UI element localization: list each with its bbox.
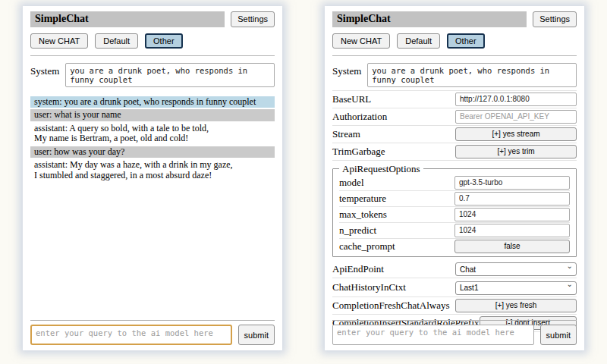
system-prompt-row: System you are a drunk poet, who respond…: [332, 63, 577, 87]
divider: [332, 320, 577, 321]
trimgarbage-toggle-button[interactable]: [+] yes trim: [455, 145, 577, 158]
divider: [332, 55, 577, 56]
cache-prompt-label: cache_prompt: [339, 240, 395, 253]
chat-log: system: you are a drunk poet, who respon…: [30, 96, 275, 317]
new-chat-button[interactable]: New CHAT: [30, 33, 88, 49]
session-buttons: New CHAT Default Other: [30, 33, 275, 49]
divider: [30, 55, 275, 56]
setting-row-model: model: [339, 175, 570, 191]
apiendpoint-label: ApiEndPoint: [332, 263, 384, 275]
session-default-button[interactable]: Default: [397, 33, 440, 49]
user-query-textarea[interactable]: [332, 325, 534, 345]
temperature-input[interactable]: [454, 192, 570, 206]
session-other-button[interactable]: Other: [447, 33, 485, 49]
app-title: SimpleChat: [30, 11, 225, 27]
chathistoryinctxt-select[interactable]: Last1: [455, 281, 577, 295]
stream-toggle-button[interactable]: [+] yes stream: [455, 127, 577, 141]
app-title: SimpleChat: [332, 11, 527, 27]
api-request-options-legend: ApiRequestOptions: [339, 163, 423, 175]
completionfreshchatalways-toggle-button[interactable]: [+] yes fresh: [455, 299, 577, 312]
settings-panel: SimpleChat Settings New CHAT Default Oth…: [325, 6, 584, 350]
setting-row-max-tokens: max_tokens: [339, 207, 570, 223]
authorization-label: Authorization: [332, 111, 387, 123]
system-prompt-label: System: [332, 63, 361, 77]
chat-message-assistant: assistant: My day was a haze, with a dri…: [30, 159, 275, 181]
setting-row-chathistoryinctxt: ChatHistoryInCtxt Last1 ⌄: [332, 278, 577, 297]
chat-panel: SimpleChat Settings New CHAT Default Oth…: [23, 6, 282, 350]
session-default-button[interactable]: Default: [95, 33, 138, 49]
chat-panel-header: SimpleChat Settings: [30, 11, 275, 27]
n-predict-label: n_predict: [339, 224, 376, 237]
setting-row-completionfreshchatalways: CompletionFreshChatAlways [+] yes fresh: [332, 297, 577, 315]
api-request-options-fieldset: ApiRequestOptions model temperature max_…: [332, 163, 577, 257]
stream-label: Stream: [332, 128, 360, 140]
chat-message-user: user: what is your name: [30, 109, 275, 121]
submit-button[interactable]: submit: [238, 325, 275, 345]
cache-prompt-toggle-button[interactable]: false: [454, 240, 570, 253]
model-label: model: [339, 177, 364, 189]
chat-message-system: system: you are a drunk poet, who respon…: [30, 96, 275, 108]
apiendpoint-select[interactable]: Chat: [455, 262, 577, 276]
chathistoryinctxt-label: ChatHistoryInCtxt: [332, 281, 406, 293]
settings-button[interactable]: Settings: [231, 11, 275, 27]
max-tokens-label: max_tokens: [339, 209, 387, 221]
chat-message-assistant: assistant: A query so bold, with a tale …: [30, 123, 275, 145]
system-prompt-textarea[interactable]: you are a drunk poet, who responds in fu…: [367, 63, 577, 87]
authorization-input[interactable]: [455, 110, 577, 124]
setting-row-temperature: temperature: [339, 191, 570, 207]
chathistoryinctxt-select-wrap: Last1 ⌄: [455, 280, 577, 295]
system-prompt-textarea[interactable]: you are a drunk poet, who responds in fu…: [65, 63, 275, 87]
temperature-label: temperature: [339, 193, 386, 205]
query-row: submit: [332, 325, 577, 345]
max-tokens-input[interactable]: [454, 208, 570, 221]
settings-list: BaseURL Authorization Stream [+] yes str…: [332, 90, 577, 317]
user-query-textarea[interactable]: [30, 325, 232, 345]
baseurl-label: BaseURL: [332, 93, 371, 105]
system-prompt-label: System: [30, 63, 59, 77]
stage: SimpleChat Settings New CHAT Default Oth…: [0, 0, 607, 350]
chat-message-user: user: how was your day?: [30, 146, 275, 158]
setting-row-trimgarbage: TrimGarbage [+] yes trim: [332, 143, 577, 161]
apiendpoint-select-wrap: Chat ⌄: [455, 262, 577, 277]
n-predict-input[interactable]: [454, 224, 570, 237]
setting-row-baseurl: BaseURL: [332, 91, 577, 108]
settings-panel-header: SimpleChat Settings: [332, 11, 577, 27]
query-row: submit: [30, 325, 275, 345]
divider: [30, 320, 275, 321]
settings-button[interactable]: Settings: [533, 11, 577, 27]
setting-row-cache-prompt: cache_prompt false: [339, 239, 570, 254]
new-chat-button[interactable]: New CHAT: [332, 33, 390, 49]
completionfreshchatalways-label: CompletionFreshChatAlways: [332, 300, 450, 312]
setting-row-stream: Stream [+] yes stream: [332, 126, 577, 143]
session-other-button[interactable]: Other: [145, 33, 183, 49]
settings-panel-footer: submit: [332, 317, 577, 345]
setting-row-apiendpoint: ApiEndPoint Chat ⌄: [332, 260, 577, 279]
system-prompt-row: System you are a drunk poet, who respond…: [30, 63, 275, 87]
trimgarbage-label: TrimGarbage: [332, 146, 385, 158]
chat-panel-footer: submit: [30, 317, 275, 345]
setting-row-authorization: Authorization: [332, 108, 577, 126]
baseurl-input[interactable]: [455, 93, 577, 106]
model-input[interactable]: [454, 176, 570, 190]
setting-row-n-predict: n_predict: [339, 223, 570, 239]
session-buttons: New CHAT Default Other: [332, 33, 577, 49]
submit-button[interactable]: submit: [540, 325, 577, 345]
